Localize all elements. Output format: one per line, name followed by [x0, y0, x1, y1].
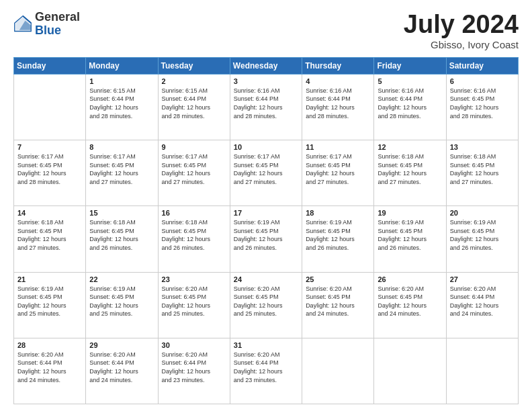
calendar-cell: 13Sunrise: 6:18 AM Sunset: 6:45 PM Dayli…: [446, 140, 518, 206]
cell-info: Sunrise: 6:18 AM Sunset: 6:45 PM Dayligh…: [450, 152, 515, 186]
cell-info: Sunrise: 6:19 AM Sunset: 6:45 PM Dayligh…: [17, 285, 82, 318]
week-row-0: 1Sunrise: 6:15 AM Sunset: 6:44 PM Daylig…: [14, 74, 519, 140]
day-number: 12: [378, 143, 442, 151]
cell-info: Sunrise: 6:17 AM Sunset: 6:45 PM Dayligh…: [162, 152, 226, 186]
cell-info: Sunrise: 6:18 AM Sunset: 6:45 PM Dayligh…: [17, 218, 82, 252]
cell-info: Sunrise: 6:18 AM Sunset: 6:45 PM Dayligh…: [378, 152, 442, 186]
calendar-header-wednesday: Wednesday: [230, 57, 302, 74]
calendar-cell: 21Sunrise: 6:19 AM Sunset: 6:45 PM Dayli…: [14, 272, 86, 338]
day-number: 19: [378, 209, 442, 217]
logo-blue: Blue: [35, 24, 61, 37]
cell-info: Sunrise: 6:20 AM Sunset: 6:44 PM Dayligh…: [162, 351, 226, 384]
day-number: 3: [234, 77, 298, 85]
day-number: 16: [162, 209, 226, 217]
day-number: 17: [234, 209, 298, 217]
calendar-table: SundayMondayTuesdayWednesdayThursdayFrid…: [13, 57, 519, 404]
calendar-cell: 30Sunrise: 6:20 AM Sunset: 6:44 PM Dayli…: [158, 338, 230, 404]
day-number: 14: [17, 209, 82, 217]
cell-info: Sunrise: 6:20 AM Sunset: 6:44 PM Dayligh…: [89, 351, 154, 384]
calendar-cell: 4Sunrise: 6:16 AM Sunset: 6:44 PM Daylig…: [302, 74, 374, 140]
day-number: 2: [162, 77, 226, 85]
calendar-cell: 20Sunrise: 6:19 AM Sunset: 6:45 PM Dayli…: [446, 206, 518, 272]
calendar-cell: 23Sunrise: 6:20 AM Sunset: 6:45 PM Dayli…: [158, 272, 230, 338]
header: General Blue July 2024 Gbisso, Ivory Coa…: [13, 11, 519, 50]
day-number: 21: [17, 275, 82, 283]
cell-info: Sunrise: 6:17 AM Sunset: 6:45 PM Dayligh…: [89, 152, 154, 186]
calendar-cell: 22Sunrise: 6:19 AM Sunset: 6:45 PM Dayli…: [86, 272, 158, 338]
day-number: 10: [234, 143, 298, 151]
day-number: 23: [162, 275, 226, 283]
calendar-cell: 24Sunrise: 6:20 AM Sunset: 6:45 PM Dayli…: [230, 272, 302, 338]
calendar-cell: 1Sunrise: 6:15 AM Sunset: 6:44 PM Daylig…: [86, 74, 158, 140]
calendar-cell: 25Sunrise: 6:20 AM Sunset: 6:45 PM Dayli…: [302, 272, 374, 338]
logo-general: General: [35, 10, 80, 24]
calendar-cell: 28Sunrise: 6:20 AM Sunset: 6:44 PM Dayli…: [14, 338, 86, 404]
cell-info: Sunrise: 6:18 AM Sunset: 6:45 PM Dayligh…: [162, 218, 226, 252]
calendar-cell: 2Sunrise: 6:15 AM Sunset: 6:44 PM Daylig…: [158, 74, 230, 140]
cell-info: Sunrise: 6:16 AM Sunset: 6:44 PM Dayligh…: [306, 87, 370, 120]
logo-icon: [13, 15, 32, 34]
cell-info: Sunrise: 6:18 AM Sunset: 6:45 PM Dayligh…: [89, 218, 154, 252]
calendar-cell: 19Sunrise: 6:19 AM Sunset: 6:45 PM Dayli…: [374, 206, 446, 272]
calendar-header-monday: Monday: [86, 57, 158, 74]
week-row-4: 28Sunrise: 6:20 AM Sunset: 6:44 PM Dayli…: [14, 338, 519, 404]
calendar-header-thursday: Thursday: [302, 57, 374, 74]
day-number: 31: [234, 341, 298, 349]
cell-info: Sunrise: 6:20 AM Sunset: 6:45 PM Dayligh…: [234, 285, 298, 318]
page: General Blue July 2024 Gbisso, Ivory Coa…: [0, 0, 532, 411]
cell-info: Sunrise: 6:19 AM Sunset: 6:45 PM Dayligh…: [378, 218, 442, 252]
day-number: 13: [450, 143, 515, 151]
day-number: 28: [17, 341, 82, 349]
calendar-cell: [302, 338, 374, 404]
calendar-cell: 15Sunrise: 6:18 AM Sunset: 6:45 PM Dayli…: [86, 206, 158, 272]
cell-info: Sunrise: 6:20 AM Sunset: 6:45 PM Dayligh…: [378, 285, 442, 318]
cell-info: Sunrise: 6:15 AM Sunset: 6:44 PM Dayligh…: [162, 87, 226, 120]
cell-info: Sunrise: 6:20 AM Sunset: 6:44 PM Dayligh…: [450, 285, 515, 318]
cell-info: Sunrise: 6:20 AM Sunset: 6:45 PM Dayligh…: [162, 285, 226, 318]
calendar-cell: 17Sunrise: 6:19 AM Sunset: 6:45 PM Dayli…: [230, 206, 302, 272]
calendar-cell: 12Sunrise: 6:18 AM Sunset: 6:45 PM Dayli…: [374, 140, 446, 206]
calendar-cell: 3Sunrise: 6:16 AM Sunset: 6:44 PM Daylig…: [230, 74, 302, 140]
week-row-2: 14Sunrise: 6:18 AM Sunset: 6:45 PM Dayli…: [14, 206, 519, 272]
week-row-1: 7Sunrise: 6:17 AM Sunset: 6:45 PM Daylig…: [14, 140, 519, 206]
calendar-cell: 10Sunrise: 6:17 AM Sunset: 6:45 PM Dayli…: [230, 140, 302, 206]
cell-info: Sunrise: 6:17 AM Sunset: 6:45 PM Dayligh…: [234, 152, 298, 186]
day-number: 11: [306, 143, 370, 151]
calendar-cell: 31Sunrise: 6:20 AM Sunset: 6:44 PM Dayli…: [230, 338, 302, 404]
calendar-cell: [374, 338, 446, 404]
title-block: July 2024 Gbisso, Ivory Coast: [404, 11, 519, 50]
cell-info: Sunrise: 6:15 AM Sunset: 6:44 PM Dayligh…: [89, 87, 154, 120]
logo: General Blue: [13, 11, 80, 38]
cell-info: Sunrise: 6:20 AM Sunset: 6:44 PM Dayligh…: [234, 351, 298, 384]
week-row-3: 21Sunrise: 6:19 AM Sunset: 6:45 PM Dayli…: [14, 272, 519, 338]
calendar-cell: [14, 74, 86, 140]
day-number: 4: [306, 77, 370, 85]
day-number: 18: [306, 209, 370, 217]
month-title: July 2024: [404, 11, 519, 39]
cell-info: Sunrise: 6:19 AM Sunset: 6:45 PM Dayligh…: [306, 218, 370, 252]
cell-info: Sunrise: 6:19 AM Sunset: 6:45 PM Dayligh…: [234, 218, 298, 252]
day-number: 30: [162, 341, 226, 349]
day-number: 8: [89, 143, 154, 151]
calendar-cell: 11Sunrise: 6:17 AM Sunset: 6:45 PM Dayli…: [302, 140, 374, 206]
calendar-header-row: SundayMondayTuesdayWednesdayThursdayFrid…: [14, 57, 519, 74]
calendar-cell: 29Sunrise: 6:20 AM Sunset: 6:44 PM Dayli…: [86, 338, 158, 404]
cell-info: Sunrise: 6:19 AM Sunset: 6:45 PM Dayligh…: [89, 285, 154, 318]
calendar-cell: 27Sunrise: 6:20 AM Sunset: 6:44 PM Dayli…: [446, 272, 518, 338]
logo-text-block: General Blue: [35, 11, 80, 38]
calendar-header-tuesday: Tuesday: [158, 57, 230, 74]
cell-info: Sunrise: 6:17 AM Sunset: 6:45 PM Dayligh…: [306, 152, 370, 186]
cell-info: Sunrise: 6:20 AM Sunset: 6:44 PM Dayligh…: [17, 351, 82, 384]
calendar-cell: 18Sunrise: 6:19 AM Sunset: 6:45 PM Dayli…: [302, 206, 374, 272]
day-number: 27: [450, 275, 515, 283]
day-number: 20: [450, 209, 515, 217]
calendar-header-friday: Friday: [374, 57, 446, 74]
calendar-header-sunday: Sunday: [14, 57, 86, 74]
calendar-cell: 5Sunrise: 6:16 AM Sunset: 6:44 PM Daylig…: [374, 74, 446, 140]
day-number: 7: [17, 143, 82, 151]
day-number: 25: [306, 275, 370, 283]
cell-info: Sunrise: 6:16 AM Sunset: 6:44 PM Dayligh…: [378, 87, 442, 120]
calendar-cell: 8Sunrise: 6:17 AM Sunset: 6:45 PM Daylig…: [86, 140, 158, 206]
calendar-cell: 16Sunrise: 6:18 AM Sunset: 6:45 PM Dayli…: [158, 206, 230, 272]
cell-info: Sunrise: 6:20 AM Sunset: 6:45 PM Dayligh…: [306, 285, 370, 318]
